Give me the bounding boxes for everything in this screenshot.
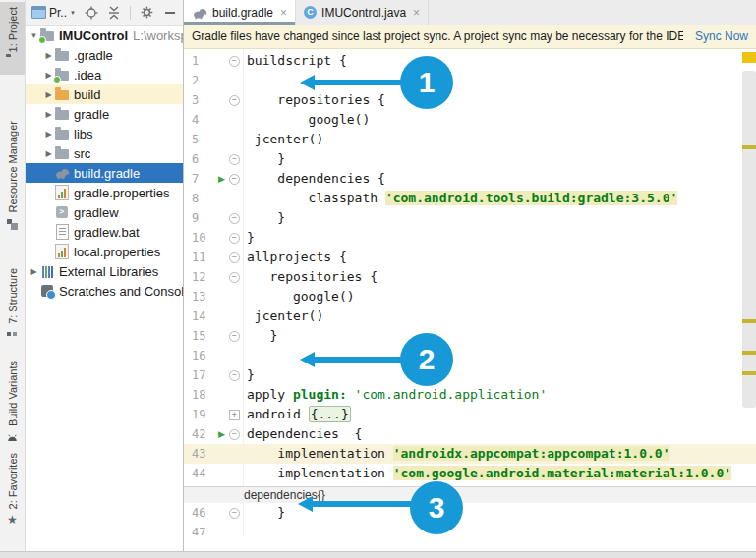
- code-token: 'com.android.application': [355, 387, 548, 402]
- tree-item-gradlew-bat[interactable]: gradlew.bat: [25, 222, 183, 242]
- resource-manager-icon: [6, 218, 19, 231]
- tree-item-gradle-properties[interactable]: gradle.properties: [25, 183, 183, 202]
- code-line-47: 47: [184, 523, 756, 535]
- run-gutter-icon[interactable]: ▶: [215, 174, 228, 184]
- fold-collapse-icon[interactable]: −: [229, 370, 240, 381]
- folded-region-chip[interactable]: {...}: [309, 406, 351, 422]
- tree-item-src[interactable]: ▶src: [25, 143, 183, 163]
- chevron-collapsed-icon[interactable]: ▶: [43, 51, 54, 60]
- error-stripe-mark[interactable]: [742, 52, 756, 63]
- project-view-selector[interactable]: Pr.. ▼: [30, 5, 76, 21]
- line-number: 46: [192, 503, 215, 523]
- project-tool-window: Pr.. ▼ ▼IMUControlL:\workspa▶.gradle▶.id…: [25, 0, 184, 558]
- code-text: jcenter(): [241, 307, 323, 326]
- fold-collapse-icon[interactable]: −: [229, 95, 240, 106]
- code-line-7: 7▶− dependencies {: [184, 169, 756, 189]
- tool-button-structure[interactable]: 7: Structure: [0, 263, 25, 347]
- breadcrumb-item[interactable]: dependencies{}: [244, 488, 325, 502]
- folder-icon: [54, 86, 70, 102]
- fold-collapse-icon[interactable]: −: [229, 508, 240, 519]
- tree-item-label: gradlew: [74, 205, 119, 220]
- code-token: android: [247, 407, 309, 421]
- line-number: 14: [192, 307, 215, 326]
- fold-collapse-icon[interactable]: −: [229, 56, 240, 67]
- code-editor[interactable]: 1−buildscript {23− repositories {4 googl…: [184, 49, 756, 535]
- code-token: }: [247, 230, 255, 245]
- scratches-icon: [39, 283, 55, 299]
- code-line-6: 6− }: [184, 149, 756, 169]
- tool-button-favorites[interactable]: 2: Favorites★: [0, 448, 25, 531]
- tree-item-gradlew[interactable]: >gradlew: [25, 202, 183, 222]
- warning-stripe-mark[interactable]: [742, 351, 756, 355]
- chevron-collapsed-icon[interactable]: ▶: [43, 149, 54, 158]
- fold-expand-icon[interactable]: +: [229, 410, 240, 420]
- project-tree: ▼IMUControlL:\workspa▶.gradle▶.idea▶buil…: [25, 26, 183, 301]
- fold-column: −: [228, 331, 241, 342]
- fold-column: −: [228, 56, 241, 67]
- chevron-collapsed-icon[interactable]: ▶: [43, 110, 54, 119]
- code-text: }: [241, 208, 285, 228]
- tool-button-project[interactable]: 1: Project: [0, 2, 25, 75]
- tree-item-scratches[interactable]: Scratches and Consoles: [25, 281, 183, 301]
- chevron-down-icon: ▼: [70, 10, 76, 16]
- tree-item-dot-gradle[interactable]: ▶.gradle: [25, 45, 183, 65]
- editor-area[interactable]: build.gradle×CIMUControl.java× Gradle fi…: [184, 0, 756, 558]
- tree-item-label: libs: [74, 127, 93, 141]
- warning-stripe-mark[interactable]: [742, 371, 756, 375]
- fold-collapse-icon[interactable]: −: [229, 272, 240, 283]
- sync-now-link[interactable]: Sync Now: [695, 29, 748, 43]
- line-number: 18: [192, 385, 215, 405]
- star-icon: ★: [6, 514, 19, 527]
- tree-item-imucontrol[interactable]: ▼IMUControlL:\workspa: [25, 26, 183, 45]
- tab-build-gradle[interactable]: build.gradle×: [184, 0, 296, 25]
- folder-icon: [54, 126, 70, 141]
- tree-item-external-libraries[interactable]: ▶External Libraries: [25, 261, 183, 281]
- code-line-44: 44 implementation 'com.google.android.ma…: [184, 464, 756, 483]
- hide-panel-icon[interactable]: [163, 5, 177, 21]
- code-line-14: 14 jcenter(): [184, 307, 756, 326]
- close-icon[interactable]: ×: [280, 6, 287, 20]
- tab-imucontrol-java[interactable]: CIMUControl.java×: [296, 0, 429, 25]
- code-token: allprojects {: [247, 250, 347, 264]
- fold-collapse-icon[interactable]: −: [229, 331, 240, 342]
- fold-collapse-icon[interactable]: −: [229, 252, 240, 263]
- code-text: implementation 'androidx.appcompat:appco…: [241, 444, 669, 464]
- scrollbar-thumb[interactable]: [742, 71, 756, 408]
- fold-collapse-icon[interactable]: −: [229, 233, 240, 244]
- tool-button-label: 7: Structure: [7, 268, 19, 324]
- tree-item-build-gradle[interactable]: build.gradle: [25, 163, 183, 183]
- chevron-collapsed-icon[interactable]: ▶: [29, 267, 39, 276]
- warning-stripe-mark[interactable]: [742, 319, 756, 323]
- tree-item-local-properties[interactable]: local.properties: [25, 242, 183, 261]
- code-line-2: 2: [184, 71, 756, 90]
- line-number: 47: [192, 523, 215, 535]
- line-number: 10: [192, 228, 215, 248]
- close-icon[interactable]: ×: [413, 6, 420, 20]
- tree-item-dot-idea[interactable]: ▶.idea: [25, 65, 183, 84]
- fold-collapse-icon[interactable]: −: [229, 174, 240, 185]
- settings-icon[interactable]: [140, 5, 154, 21]
- tree-item-build[interactable]: ▶build: [25, 84, 183, 104]
- chevron-collapsed-icon[interactable]: ▶: [43, 90, 54, 99]
- project-view-label: Pr..: [49, 6, 67, 20]
- tool-button-resource-manager[interactable]: Resource Manager: [0, 116, 25, 236]
- project-panel-toolbar: Pr.. ▼: [25, 0, 183, 26]
- run-gutter-icon[interactable]: ▶: [215, 429, 228, 439]
- tool-button-build-variants[interactable]: Build Variants: [0, 356, 25, 449]
- code-line-42: 42▶−dependencies {: [184, 424, 756, 444]
- tree-item-libs[interactable]: ▶libs: [25, 124, 183, 143]
- tree-item-gradle[interactable]: ▶gradle: [25, 104, 183, 124]
- locate-icon[interactable]: [85, 5, 98, 21]
- code-line-4: 4 google(): [184, 110, 756, 130]
- code-token: buildscript {: [247, 53, 347, 68]
- code-line-16: 16: [184, 346, 756, 365]
- chevron-collapsed-icon[interactable]: ▶: [43, 130, 54, 139]
- warning-stripe-mark[interactable]: [742, 145, 756, 149]
- tree-item-label: .gradle: [74, 48, 113, 63]
- fold-column: −: [228, 252, 241, 263]
- fold-collapse-icon[interactable]: −: [229, 429, 240, 440]
- fold-collapse-icon[interactable]: −: [229, 154, 240, 165]
- fold-collapse-icon[interactable]: −: [229, 213, 240, 224]
- android-studio-window: 1: ProjectResource Manager7: StructureBu…: [0, 0, 756, 558]
- collapse-all-icon[interactable]: [107, 5, 121, 21]
